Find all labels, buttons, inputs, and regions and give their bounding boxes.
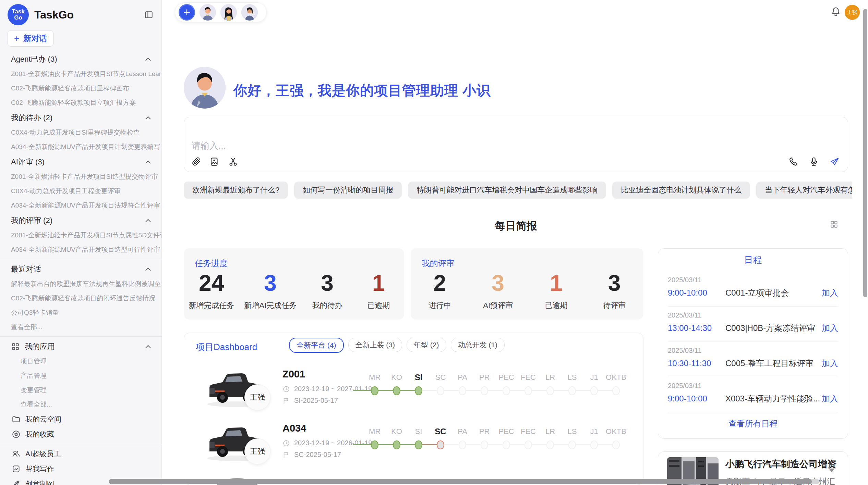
schedule-date: 2025/03/11: [668, 307, 838, 319]
sidebar-task-item[interactable]: A034-全新新能源MUV产品开发项目造型可行性评审: [0, 242, 161, 257]
milestone: OKTB: [605, 427, 627, 449]
sidebar-task-item[interactable]: Z001-全新燃油皮卡产品开发项目SI节点Lesson Learn报告: [0, 67, 161, 81]
add-agent-button[interactable]: [179, 4, 195, 21]
milestone: PR: [473, 427, 495, 449]
milestone: KO: [386, 373, 408, 395]
schedule-row: 2025/03/11 9:00-10:00 C001-立项审批会 加入: [668, 271, 838, 307]
suggestion-chip[interactable]: 特朗普可能对进口汽车增税会对中国车企造成哪些影响: [408, 182, 606, 199]
app-link[interactable]: 查看全部...: [0, 397, 161, 412]
milestone: SI: [408, 373, 430, 395]
chevron-up-icon: [144, 216, 153, 225]
project-row[interactable]: 王强 Z001 2023-12-19 ~ 2027-01-19 SI-2025-…: [184, 362, 643, 416]
milestone-dot: [590, 386, 598, 395]
milestone: SC: [430, 427, 451, 449]
section-header-my-review[interactable]: 我的评审 (2): [0, 213, 161, 228]
briefing-layout-button[interactable]: [830, 220, 840, 230]
composer-input[interactable]: 请输入...: [192, 140, 226, 152]
attach-button[interactable]: [190, 156, 202, 167]
horizontal-scrollbar-thumb[interactable]: [109, 479, 812, 484]
section-recent-chats: 最近对话 解释最新出台的欧盟报废车法规再生塑料比例被调至15%...C02-飞腾…: [0, 261, 161, 334]
stat: 1 已逾期: [535, 272, 577, 311]
join-button[interactable]: 加入: [822, 358, 838, 369]
schedule-date: 2025/03/11: [668, 271, 838, 284]
new-chat-button[interactable]: + 新对话: [8, 30, 53, 47]
suggestion-chip[interactable]: 当下年轻人对汽车外观有怎样的喜好趋势: [756, 182, 852, 199]
stat-label: 新增完成任务: [189, 300, 234, 311]
app-link[interactable]: 变更管理: [0, 383, 161, 397]
flag-icon: [282, 397, 290, 405]
schedule-row: 2025/03/11 9:00-10:00 X003-车辆动力学性能验... 加…: [668, 377, 838, 412]
sidebar-task-item[interactable]: Z001-全新燃油轻卡产品开发项目SI节点属性5D文件评审: [0, 228, 161, 242]
recent-chat-item[interactable]: 公司Q3轻卡销量: [0, 306, 161, 320]
scroll-down-arrow[interactable]: [829, 469, 834, 472]
scissors-button[interactable]: [227, 156, 239, 167]
agent-avatar-2[interactable]: [220, 4, 237, 21]
sidebar-task-item[interactable]: A034-全新新能源MUV产品开发项目计划变更表编写: [0, 140, 161, 154]
vertical-scrollbar[interactable]: [863, 9, 867, 297]
milestone-label: PR: [473, 427, 495, 436]
join-button[interactable]: 加入: [822, 287, 838, 298]
sidebar-collapse-button[interactable]: [143, 9, 155, 21]
section-agent-done: Agent已办 (3) Z001-全新燃油皮卡产品开发项目SI节点Lesson …: [0, 51, 161, 110]
sidebar-task-item[interactable]: C02-飞腾新能源轻客改款项目立项汇报方案: [0, 96, 161, 110]
user-avatar[interactable]: 王强: [845, 5, 860, 20]
schedule-time: 13:00-14:30: [668, 323, 725, 333]
project-dashboard-card: 项目Dashboard 全新平台 (4) 全新上装 (3) 年型 (2) 动总开…: [184, 333, 643, 485]
sidebar-task-item[interactable]: C0X4-动力总成开发项目SI里程碑提交物检查: [0, 125, 161, 140]
schedule-event-title: C005-整车工程目标评审: [725, 358, 822, 369]
milestone-timeline: MR KO SI SC PA: [364, 373, 627, 395]
recent-chat-item[interactable]: 解释最新出台的欧盟报废车法规再生塑料比例被调至15%...: [0, 277, 161, 291]
call-button[interactable]: [787, 156, 799, 167]
project-row[interactable]: 王强 A034 2023-12-19 ~ 2026-01-19 SC-2025-…: [184, 416, 643, 471]
section-header-my-todo[interactable]: 我的待办 (2): [0, 110, 161, 125]
assistant-avatar: [184, 67, 226, 109]
my-review-card: 我的评审 2 进行中 3 AI预评审 1 已逾期 3 待评审: [411, 248, 643, 320]
section-header-agent-done[interactable]: Agent已办 (3): [0, 51, 161, 67]
filter-chip[interactable]: 动总开发 (1): [451, 338, 505, 352]
sidebar-item-favorites[interactable]: 我的收藏: [0, 427, 161, 442]
schedule-card: 日程 2025/03/11 9:00-10:00 C001-立项审批会 加入 2…: [658, 248, 848, 439]
milestone: PA: [451, 373, 473, 395]
app-link[interactable]: 项目管理: [0, 354, 161, 369]
filter-chip[interactable]: 全新平台 (4): [289, 338, 344, 353]
agent-avatar-1[interactable]: [200, 4, 216, 21]
send-button[interactable]: [829, 156, 840, 167]
stat-value: 1: [358, 272, 399, 294]
join-button[interactable]: 加入: [822, 323, 838, 334]
stat: 1 已逾期: [358, 272, 399, 311]
milestone-label: J1: [583, 427, 605, 436]
sidebar-item-ai-employee[interactable]: AI超级员工: [0, 446, 161, 461]
grid-icon: [830, 220, 839, 229]
view-all-schedule-link[interactable]: 查看所有日程: [658, 412, 848, 435]
section-header-recent-chats[interactable]: 最近对话: [0, 261, 161, 277]
sidebar-task-item[interactable]: A034-全新新能源MUV产品开发项目法规符合性评审: [0, 198, 161, 213]
join-button[interactable]: 加入: [822, 393, 838, 404]
people-icon: [12, 449, 21, 458]
notifications-button[interactable]: [830, 6, 841, 17]
sidebar-item-cloud-space[interactable]: 我的云空间: [0, 412, 161, 427]
app-link[interactable]: 产品管理: [0, 369, 161, 383]
voice-button[interactable]: [808, 156, 820, 167]
section-header-my-apps[interactable]: 我的应用: [0, 339, 161, 354]
milestone: FEC: [517, 427, 539, 449]
section-header-ai-review[interactable]: AI评审 (3): [0, 154, 161, 170]
suggestion-chip[interactable]: 如何写一份清晰的项目周报: [294, 182, 402, 199]
filter-chip[interactable]: 全新上装 (3): [348, 338, 402, 352]
sidebar-task-item[interactable]: C0X4-动力总成开发项目工程变更评审: [0, 184, 161, 198]
stat-value: 24: [189, 272, 234, 294]
sidebar-task-item[interactable]: C02-飞腾新能源轻客改款项目里程碑画布: [0, 81, 161, 96]
plus-icon: [182, 8, 191, 17]
avatar-illustration: [220, 4, 237, 21]
sidebar-task-item[interactable]: Z001-全新燃油轻卡产品开发项目SI造型提交物评审: [0, 170, 161, 184]
suggestion-chip[interactable]: 比亚迪全固态电池计划具体说了什么: [612, 182, 750, 199]
recent-chat-item[interactable]: C02-飞腾新能源轻客改款项目的闭环通告反馈情况: [0, 291, 161, 306]
filter-chip[interactable]: 年型 (2): [407, 338, 446, 352]
stat-label: 进行中: [419, 300, 460, 311]
milestone-dot: [481, 440, 488, 449]
scroll-right-arrow[interactable]: [823, 479, 827, 484]
suggestion-chip[interactable]: 欧洲新规最近颁布了什么?: [184, 182, 288, 199]
sidebar-item-help-write[interactable]: 帮我写作: [0, 461, 161, 476]
agent-avatar-3[interactable]: [241, 4, 258, 21]
image-button[interactable]: [209, 156, 220, 167]
recent-chat-item[interactable]: 查看全部...: [0, 320, 161, 334]
